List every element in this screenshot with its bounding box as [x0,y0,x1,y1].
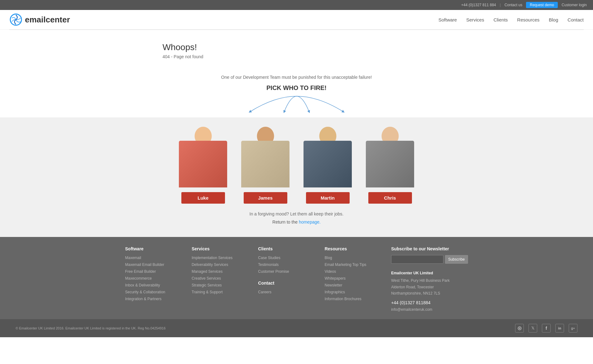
logo-icon [9,13,22,26]
footer-resources-heading: Resources [325,246,385,251]
person-james-image [238,117,293,187]
nav-links: Software Services Clients Resources Blog… [438,17,584,22]
facebook-icon[interactable]: f [542,324,551,333]
homepage-link[interactable]: homepage. [299,220,321,225]
subscribe-button[interactable]: Subscribe [445,255,468,264]
footer-contact-heading: Contact [258,281,318,286]
error-section: One of our Development Team must be puni… [0,69,593,116]
chris-silhouette [363,117,417,187]
footer-link-careers[interactable]: Careers [258,290,271,294]
footer-link-newsletter[interactable]: Newsletter [325,283,342,287]
person-luke: Luke [172,117,234,204]
nav-resources[interactable]: Resources [517,17,540,22]
logo[interactable]: emailcenter [9,13,70,26]
footer-clients-list: Case Studies Testimonials Customer Promi… [258,255,318,274]
footer-link-videos[interactable]: Videos [325,269,336,274]
company-phone: +44 (0)1327 811884 [391,299,468,307]
main-content: Whoops! 404 - Page not found [156,30,437,59]
logo-text-bold: center [46,15,70,24]
footer-contact-list: Careers [258,289,318,294]
footer-newsletter-col: Subscribe to our Newsletter Subscribe Em… [391,246,468,313]
footer-clients-col: Clients Case Studies Testimonials Custom… [258,246,318,313]
topbar-contact-link[interactable]: Contact us [505,3,522,7]
chris-body [366,141,414,187]
footer-link-security[interactable]: Security & Collaboration [125,290,165,294]
james-silhouette [238,117,293,187]
topbar-login-link[interactable]: Customer login [562,3,587,7]
return-prefix: Return to the [272,220,299,225]
footer-resources-col: Resources Blog Email Marketing Top Tips … [325,246,385,313]
company-name: Emailcenter UK Limited [391,270,468,276]
fire-martin-button[interactable]: Martin [306,192,350,204]
footer-services-heading: Services [192,246,252,251]
footer-resources-list: Blog Email Marketing Top Tips Videos Whi… [325,255,385,301]
error-subtitle: 404 - Page not found [163,54,431,59]
nav-software[interactable]: Software [438,17,457,22]
google-plus-icon[interactable]: g+ [569,324,577,333]
james-body [241,141,289,187]
social-icons: ⊛ 𝕏 f in g+ [515,324,577,333]
footer-bottom: © Emailcenter UK Limited 2016. Emailcent… [0,319,593,337]
footer-link-managed[interactable]: Managed Services [192,269,222,274]
footer-link-testimonials[interactable]: Testimonials [258,262,279,267]
company-address-1: West Tithe, Pury Hill Business Park [391,277,468,284]
punish-text: One of our Development Team must be puni… [0,75,593,80]
footer-link-implementation[interactable]: Implementation Services [192,256,232,260]
footer-link-blog[interactable]: Blog [325,256,332,260]
company-address-2: Alderton Road, Towcester [391,284,468,290]
rss-icon[interactable]: ⊛ [515,324,524,333]
people-section: Luke James Martin [0,117,593,237]
newsletter-input-row: Subscribe [391,255,468,264]
martin-body [304,141,352,187]
company-address-3: Northamptonshire, NN12 7LS [391,290,468,296]
footer-link-infographics[interactable]: Infographics [325,290,345,294]
navbar: emailcenter Software Services Clients Re… [0,10,593,30]
footer-link-brochures[interactable]: Information Brochures [325,297,361,301]
footer-services-col: Services Implementation Services Deliver… [192,246,252,313]
nav-blog[interactable]: Blog [549,17,558,22]
newsletter-input[interactable] [391,255,443,264]
footer-link-whitepapers[interactable]: Whitepapers [325,276,346,281]
fire-chris-button[interactable]: Chris [368,192,412,204]
footer-link-integration[interactable]: Integration & Partners [125,297,162,301]
footer-link-free-email-builder[interactable]: Free Email Builder [125,269,156,274]
company-email: info@emailcenteruk.com [391,306,468,313]
footer-link-training[interactable]: Training & Support [192,290,223,294]
nav-contact[interactable]: Contact [567,17,584,22]
arrows-container [188,95,406,116]
person-chris-image [363,117,417,187]
footer-link-strategic[interactable]: Strategic Services [192,283,222,287]
topbar-demo-button[interactable]: Request demo [526,2,558,8]
linkedin-icon[interactable]: in [555,324,564,333]
person-luke-image [176,117,230,187]
footer-link-maxecommerce[interactable]: Maxecommerce [125,276,152,281]
footer-link-maxemail-builder[interactable]: Maxemail Email Builder [125,262,164,267]
footer-software-col: Software Maxemail Maxemail Email Builder… [125,246,185,313]
person-james: James [234,117,297,204]
copyright-text: © Emailcenter UK Limited 2016. Emailcent… [16,326,165,330]
footer-link-email-tips[interactable]: Email Marketing Top Tips [325,262,366,267]
luke-body [179,141,227,187]
luke-silhouette [176,117,230,187]
footer-link-creative[interactable]: Creative Services [192,276,221,281]
fire-james-button[interactable]: James [244,192,287,204]
fire-luke-button[interactable]: Luke [181,192,225,204]
company-info: Emailcenter UK Limited West Tithe, Pury … [391,270,468,313]
nav-clients[interactable]: Clients [494,17,508,22]
person-martin: Martin [297,117,359,204]
return-text: Return to the homepage. [0,220,593,225]
footer-link-inbox-deliverability[interactable]: Inbox & Deliverability [125,283,160,287]
forgiving-text: In a forgiving mood? Let them all keep t… [0,211,593,216]
topbar-separator: | [500,3,501,7]
footer-newsletter-heading: Subscribe to our Newsletter [391,246,468,251]
pick-who-text: PICK WHO TO FIRE! [0,84,593,92]
footer-grid: Software Maxemail Maxemail Email Builder… [125,246,468,313]
footer-link-customer-promise[interactable]: Customer Promise [258,269,289,274]
footer-link-case-studies[interactable]: Case Studies [258,256,280,260]
arrows-svg [188,95,406,115]
footer-link-deliverability[interactable]: Deliverability Services [192,262,228,267]
twitter-icon[interactable]: 𝕏 [528,324,537,333]
logo-text-plain: email [25,15,46,24]
footer-link-maxemail[interactable]: Maxemail [125,256,141,260]
nav-services[interactable]: Services [466,17,484,22]
